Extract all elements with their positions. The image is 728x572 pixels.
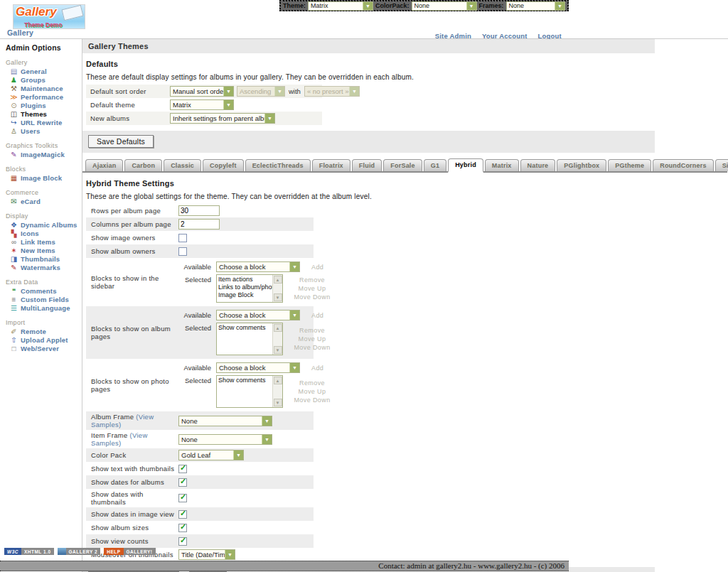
sidebar-item-groups[interactable]: ♟Groups — [9, 76, 82, 84]
listbox-item[interactable]: Image Block — [218, 291, 272, 299]
color-pack-select[interactable]: Gold Leaf ▼ — [178, 450, 244, 460]
sidebar-selected-blocks-listbox[interactable]: Item actionsLinks to album/photo peersIm… — [216, 274, 283, 303]
show-dates-thumbs-checkbox[interactable] — [178, 494, 187, 502]
move-down-link[interactable]: Move Down — [291, 396, 333, 404]
scroll-down-icon[interactable]: ▼ — [274, 346, 282, 354]
scroll-down-icon[interactable]: ▼ — [274, 293, 282, 301]
move-up-link[interactable]: Move Up — [291, 388, 333, 395]
sidebar-available-blocks-select[interactable]: Choose a block ▼ — [216, 261, 300, 272]
scrollbar[interactable]: ▲ ▼ — [272, 376, 282, 407]
show-album-sizes-checkbox[interactable] — [178, 524, 187, 532]
save-defaults-button[interactable]: Save Defaults — [88, 135, 154, 148]
sidebar-item-users[interactable]: ♙Users — [9, 127, 82, 135]
scroll-up-icon[interactable]: ▲ — [274, 324, 282, 332]
scroll-up-icon[interactable]: ▲ — [274, 276, 282, 284]
remove-link[interactable]: Remove — [291, 276, 333, 284]
breadcrumb-gallery-link[interactable]: Gallery — [7, 28, 33, 37]
default-sort-select[interactable]: Manual sort order ▼ — [170, 86, 234, 97]
sidebar-item-thumbnails[interactable]: ◨Thumbnails — [9, 255, 82, 263]
default-theme-select[interactable]: Matrix ▼ — [170, 99, 234, 110]
tab-floatrix[interactable]: Floatrix — [312, 159, 350, 171]
sidebar-item-icons[interactable]: ▚Icons — [9, 230, 82, 237]
sidebar-item-maintenance[interactable]: ⚒Maintenance — [9, 85, 82, 92]
tab-pgtheme[interactable]: PGtheme — [608, 159, 651, 171]
tab-g1[interactable]: G1 — [424, 159, 446, 171]
listbox-item[interactable]: Show comments — [218, 377, 272, 384]
tab-ajaxian[interactable]: Ajaxian — [85, 159, 123, 171]
scrollbar[interactable]: ▲ ▼ — [272, 275, 282, 302]
gallery-logo[interactable]: Gallery Theme Demo — [13, 4, 85, 29]
album-frame-select[interactable]: None ▼ — [178, 416, 272, 426]
groups-icon: ♟ — [9, 76, 18, 84]
listbox-item[interactable]: Item actions — [218, 276, 272, 284]
tab-pglightbox[interactable]: PGlightbox — [557, 159, 606, 171]
item-frame-select[interactable]: None ▼ — [178, 434, 272, 445]
tab-eclecticthreads[interactable]: EclecticThreads — [245, 159, 311, 171]
add-link[interactable]: Add — [311, 264, 323, 271]
remove-link[interactable]: Remove — [291, 379, 333, 387]
tab-hybrid[interactable]: Hybrid — [448, 158, 483, 173]
badge-label: XHTML 1.0 — [21, 548, 54, 555]
sidebar-item-image-block[interactable]: ▦Image Block — [9, 174, 82, 182]
move-up-link[interactable]: Move Up — [291, 285, 333, 292]
sidebar-item-url-rewrite[interactable]: ↪URL Rewrite — [9, 119, 82, 126]
listbox-item[interactable]: Show comments — [218, 324, 272, 332]
sidebar-item-dynamic-albums[interactable]: ❖Dynamic Albums — [9, 221, 82, 229]
tab-forsale[interactable]: ForSale — [383, 159, 422, 171]
gallery2-badge[interactable]: GALLERY 2 — [58, 548, 101, 555]
sidebar-item-web-server[interactable]: □Web/Server — [9, 345, 82, 352]
tab-matrix[interactable]: Matrix — [485, 159, 519, 171]
sidebar-item-custom-fields[interactable]: ≡Custom Fields — [9, 296, 82, 303]
sidebar-item-general[interactable]: ▤General — [9, 68, 82, 75]
move-down-link[interactable]: Move Down — [291, 293, 333, 301]
show-dates-image-checkbox[interactable] — [178, 510, 187, 519]
sidebar-item-new-items[interactable]: ✶New Items — [9, 247, 82, 254]
sidebar-item-multilanguage[interactable]: ☰MultiLanguage — [9, 304, 82, 312]
scroll-down-icon[interactable]: ▼ — [274, 399, 282, 406]
frames-select[interactable]: None ▼ — [506, 1, 565, 11]
show-image-owners-checkbox[interactable] — [178, 234, 187, 242]
listbox-item[interactable]: Links to album/photo peers — [218, 284, 272, 291]
tab-roundcorners[interactable]: RoundCorners — [653, 159, 713, 171]
tab-nature[interactable]: Nature — [520, 159, 556, 171]
sidebar-item-upload-applet[interactable]: ⇧Upload Applet — [9, 336, 82, 344]
field-label: Show album owners — [91, 247, 178, 255]
sidebar-item-remote[interactable]: ✐Remote — [9, 328, 82, 335]
cols-per-page-input[interactable] — [178, 219, 220, 230]
move-down-link[interactable]: Move Down — [291, 344, 333, 351]
tab-fluid[interactable]: Fluid — [352, 159, 382, 171]
album-available-blocks-select[interactable]: Choose a block ▼ — [216, 310, 300, 320]
w3c-xhtml-badge[interactable]: W3C XHTML 1.0 — [4, 548, 54, 555]
tab-sirius[interactable]: Sirius — [715, 159, 728, 171]
tab-carbon[interactable]: Carbon — [124, 159, 162, 171]
show-text-thumbs-checkbox[interactable] — [178, 465, 187, 473]
new-albums-select[interactable]: Inherit settings from parent album ▼ — [170, 113, 275, 124]
show-album-owners-checkbox[interactable] — [178, 247, 187, 256]
add-link[interactable]: Add — [311, 365, 323, 372]
scrollbar[interactable]: ▲ ▼ — [272, 323, 282, 355]
sidebar-item-link-items[interactable]: ∞Link Items — [9, 238, 82, 246]
move-up-link[interactable]: Move Up — [291, 335, 333, 342]
photo-available-blocks-select[interactable]: Choose a block ▼ — [216, 362, 300, 373]
show-dates-albums-checkbox[interactable] — [178, 478, 187, 487]
sidebar-item-watermarks[interactable]: ✎Watermarks — [9, 264, 82, 271]
tab-classic[interactable]: Classic — [164, 159, 201, 171]
theme-select[interactable]: Matrix ▼ — [308, 1, 373, 11]
photo-selected-blocks-listbox[interactable]: Show comments ▲ ▼ — [216, 375, 283, 408]
add-link[interactable]: Add — [311, 312, 323, 319]
show-view-counts-checkbox[interactable] — [178, 537, 187, 546]
colorpack-select[interactable]: None ▼ — [412, 1, 477, 11]
sidebar-item-plugins[interactable]: ⊙Plugins — [9, 102, 82, 109]
sidebar-item-comments[interactable]: ❝Comments — [9, 287, 82, 295]
rows-per-page-input[interactable] — [178, 205, 220, 216]
scroll-up-icon[interactable]: ▲ — [274, 377, 282, 384]
sidebar-item-performance[interactable]: ≫Performance — [9, 93, 82, 101]
sidebar-item-themes[interactable]: ◫Themes — [9, 110, 82, 118]
tab-copyleft[interactable]: Copyleft — [203, 159, 244, 171]
sidebar-item-ecard[interactable]: ✉eCard — [9, 198, 82, 205]
remove-link[interactable]: Remove — [291, 327, 333, 334]
sidebar-item-imagemagick[interactable]: ✎ImageMagick — [9, 151, 82, 158]
album-selected-blocks-listbox[interactable]: Show comments ▲ ▼ — [216, 323, 283, 355]
help-gallery-badge[interactable]: HELP GALLERY! — [104, 548, 155, 555]
mouseover-select[interactable]: Title (Date/Time) ▼ — [178, 549, 235, 560]
